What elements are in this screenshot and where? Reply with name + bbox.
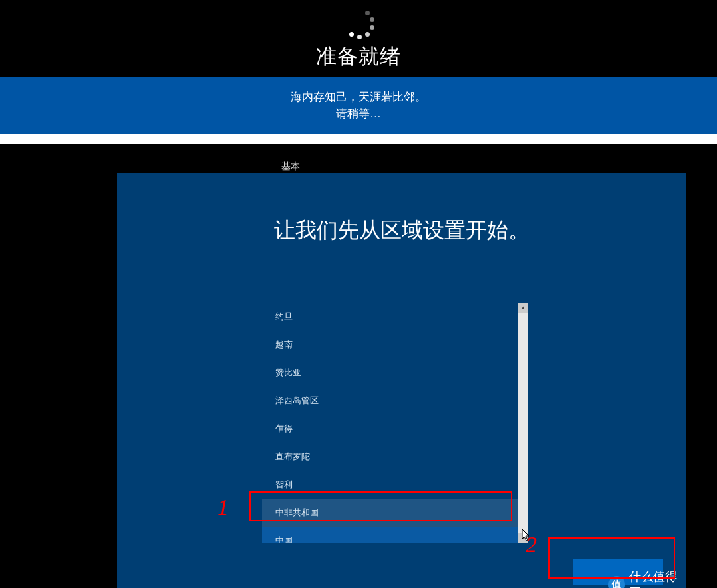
oobe-panel: 让我们先从区域设置开始。 约旦 越南 赞比亚 泽西岛管区 乍得 直布罗陀 智利 …	[117, 173, 686, 588]
region-item[interactable]: 泽西岛管区	[262, 387, 518, 415]
region-item-selected[interactable]: 中国	[262, 527, 518, 543]
banner-line1: 海内存知己，天涯若比邻。	[0, 89, 717, 106]
loading-header: 准备就绪	[0, 0, 717, 77]
spinner-icon	[339, 4, 378, 44]
scrollbar[interactable]: ▴ ▾	[518, 303, 528, 543]
banner-line2: 请稍等…	[0, 105, 717, 123]
region-item[interactable]: 智利	[262, 471, 518, 499]
region-item[interactable]: 约旦	[262, 303, 518, 331]
scroll-track[interactable]	[518, 313, 528, 533]
region-item[interactable]: 乍得	[262, 415, 518, 443]
region-list[interactable]: 约旦 越南 赞比亚 泽西岛管区 乍得 直布罗陀 智利 中非共和国 中国	[262, 303, 518, 543]
ready-text: 准备就绪	[0, 43, 717, 71]
region-item[interactable]: 中非共和国	[262, 499, 518, 527]
next-button[interactable]	[573, 559, 663, 585]
wait-banner: 海内存知己，天涯若比邻。 请稍等…	[0, 77, 717, 134]
divider	[0, 134, 717, 144]
region-item[interactable]: 赞比亚	[262, 359, 518, 387]
region-item[interactable]: 直布罗陀	[262, 443, 518, 471]
scroll-up-icon[interactable]: ▴	[518, 303, 528, 313]
oobe-title: 让我们先从区域设置开始。	[117, 216, 686, 245]
scroll-down-icon[interactable]: ▾	[518, 533, 528, 543]
region-item[interactable]: 越南	[262, 331, 518, 359]
oobe-container: 基本 让我们先从区域设置开始。 约旦 越南 赞比亚 泽西岛管区 乍得 直布罗陀 …	[0, 144, 717, 588]
